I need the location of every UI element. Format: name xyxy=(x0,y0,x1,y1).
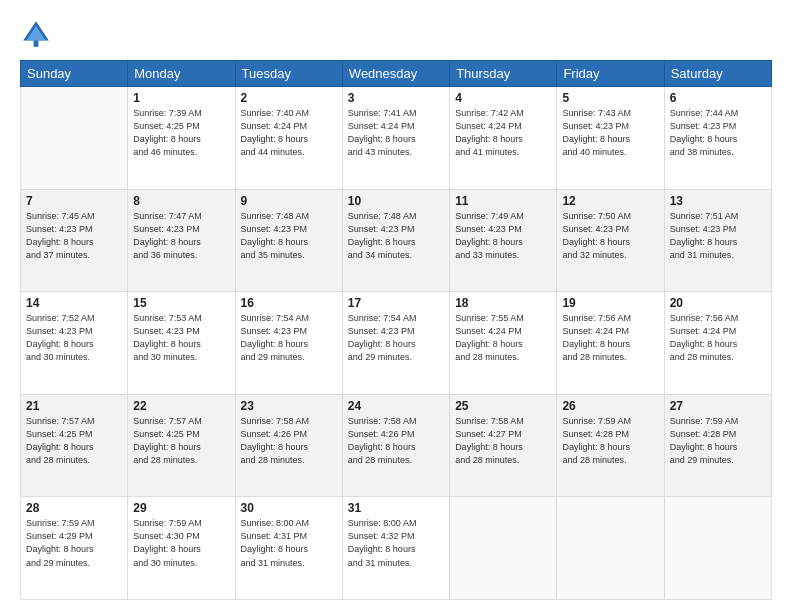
day-info: Sunrise: 7:48 AM Sunset: 4:23 PM Dayligh… xyxy=(241,210,337,262)
day-number: 8 xyxy=(133,194,229,208)
day-number: 3 xyxy=(348,91,444,105)
calendar-cell: 19Sunrise: 7:56 AM Sunset: 4:24 PM Dayli… xyxy=(557,292,664,395)
calendar-cell xyxy=(450,497,557,600)
calendar-cell: 26Sunrise: 7:59 AM Sunset: 4:28 PM Dayli… xyxy=(557,394,664,497)
calendar-cell: 27Sunrise: 7:59 AM Sunset: 4:28 PM Dayli… xyxy=(664,394,771,497)
day-number: 1 xyxy=(133,91,229,105)
calendar-cell: 28Sunrise: 7:59 AM Sunset: 4:29 PM Dayli… xyxy=(21,497,128,600)
page: SundayMondayTuesdayWednesdayThursdayFrid… xyxy=(0,0,792,612)
calendar-cell: 7Sunrise: 7:45 AM Sunset: 4:23 PM Daylig… xyxy=(21,189,128,292)
day-number: 18 xyxy=(455,296,551,310)
calendar-cell: 14Sunrise: 7:52 AM Sunset: 4:23 PM Dayli… xyxy=(21,292,128,395)
logo xyxy=(20,18,56,50)
day-info: Sunrise: 7:51 AM Sunset: 4:23 PM Dayligh… xyxy=(670,210,766,262)
day-number: 11 xyxy=(455,194,551,208)
day-number: 22 xyxy=(133,399,229,413)
calendar-cell: 24Sunrise: 7:58 AM Sunset: 4:26 PM Dayli… xyxy=(342,394,449,497)
week-row-2: 7Sunrise: 7:45 AM Sunset: 4:23 PM Daylig… xyxy=(21,189,772,292)
day-info: Sunrise: 7:59 AM Sunset: 4:28 PM Dayligh… xyxy=(562,415,658,467)
calendar-cell: 15Sunrise: 7:53 AM Sunset: 4:23 PM Dayli… xyxy=(128,292,235,395)
day-info: Sunrise: 7:53 AM Sunset: 4:23 PM Dayligh… xyxy=(133,312,229,364)
weekday-header-monday: Monday xyxy=(128,61,235,87)
day-info: Sunrise: 7:52 AM Sunset: 4:23 PM Dayligh… xyxy=(26,312,122,364)
day-number: 10 xyxy=(348,194,444,208)
calendar-cell: 5Sunrise: 7:43 AM Sunset: 4:23 PM Daylig… xyxy=(557,87,664,190)
calendar-cell: 20Sunrise: 7:56 AM Sunset: 4:24 PM Dayli… xyxy=(664,292,771,395)
day-number: 23 xyxy=(241,399,337,413)
day-info: Sunrise: 7:59 AM Sunset: 4:30 PM Dayligh… xyxy=(133,517,229,569)
weekday-header-friday: Friday xyxy=(557,61,664,87)
calendar-cell: 8Sunrise: 7:47 AM Sunset: 4:23 PM Daylig… xyxy=(128,189,235,292)
calendar-cell: 6Sunrise: 7:44 AM Sunset: 4:23 PM Daylig… xyxy=(664,87,771,190)
day-info: Sunrise: 7:44 AM Sunset: 4:23 PM Dayligh… xyxy=(670,107,766,159)
weekday-header-sunday: Sunday xyxy=(21,61,128,87)
calendar-cell: 2Sunrise: 7:40 AM Sunset: 4:24 PM Daylig… xyxy=(235,87,342,190)
weekday-header-saturday: Saturday xyxy=(664,61,771,87)
day-number: 6 xyxy=(670,91,766,105)
day-number: 9 xyxy=(241,194,337,208)
logo-icon xyxy=(20,18,52,50)
calendar-cell: 25Sunrise: 7:58 AM Sunset: 4:27 PM Dayli… xyxy=(450,394,557,497)
day-number: 15 xyxy=(133,296,229,310)
calendar-cell: 10Sunrise: 7:48 AM Sunset: 4:23 PM Dayli… xyxy=(342,189,449,292)
day-info: Sunrise: 7:54 AM Sunset: 4:23 PM Dayligh… xyxy=(348,312,444,364)
day-info: Sunrise: 7:54 AM Sunset: 4:23 PM Dayligh… xyxy=(241,312,337,364)
calendar-table: SundayMondayTuesdayWednesdayThursdayFrid… xyxy=(20,60,772,600)
weekday-header-row: SundayMondayTuesdayWednesdayThursdayFrid… xyxy=(21,61,772,87)
day-info: Sunrise: 7:45 AM Sunset: 4:23 PM Dayligh… xyxy=(26,210,122,262)
day-info: Sunrise: 7:58 AM Sunset: 4:26 PM Dayligh… xyxy=(241,415,337,467)
day-number: 16 xyxy=(241,296,337,310)
week-row-1: 1Sunrise: 7:39 AM Sunset: 4:25 PM Daylig… xyxy=(21,87,772,190)
weekday-header-thursday: Thursday xyxy=(450,61,557,87)
day-number: 29 xyxy=(133,501,229,515)
day-info: Sunrise: 8:00 AM Sunset: 4:31 PM Dayligh… xyxy=(241,517,337,569)
day-number: 17 xyxy=(348,296,444,310)
day-number: 28 xyxy=(26,501,122,515)
day-info: Sunrise: 7:59 AM Sunset: 4:28 PM Dayligh… xyxy=(670,415,766,467)
day-info: Sunrise: 7:57 AM Sunset: 4:25 PM Dayligh… xyxy=(26,415,122,467)
calendar-cell xyxy=(21,87,128,190)
day-info: Sunrise: 7:42 AM Sunset: 4:24 PM Dayligh… xyxy=(455,107,551,159)
header xyxy=(20,18,772,50)
week-row-3: 14Sunrise: 7:52 AM Sunset: 4:23 PM Dayli… xyxy=(21,292,772,395)
calendar-cell: 16Sunrise: 7:54 AM Sunset: 4:23 PM Dayli… xyxy=(235,292,342,395)
calendar-cell: 22Sunrise: 7:57 AM Sunset: 4:25 PM Dayli… xyxy=(128,394,235,497)
day-number: 27 xyxy=(670,399,766,413)
day-number: 31 xyxy=(348,501,444,515)
calendar-cell: 1Sunrise: 7:39 AM Sunset: 4:25 PM Daylig… xyxy=(128,87,235,190)
day-number: 24 xyxy=(348,399,444,413)
day-info: Sunrise: 7:55 AM Sunset: 4:24 PM Dayligh… xyxy=(455,312,551,364)
calendar-cell: 12Sunrise: 7:50 AM Sunset: 4:23 PM Dayli… xyxy=(557,189,664,292)
week-row-5: 28Sunrise: 7:59 AM Sunset: 4:29 PM Dayli… xyxy=(21,497,772,600)
calendar-cell: 31Sunrise: 8:00 AM Sunset: 4:32 PM Dayli… xyxy=(342,497,449,600)
weekday-header-tuesday: Tuesday xyxy=(235,61,342,87)
day-number: 30 xyxy=(241,501,337,515)
calendar-cell: 11Sunrise: 7:49 AM Sunset: 4:23 PM Dayli… xyxy=(450,189,557,292)
day-info: Sunrise: 7:41 AM Sunset: 4:24 PM Dayligh… xyxy=(348,107,444,159)
day-number: 13 xyxy=(670,194,766,208)
day-info: Sunrise: 7:47 AM Sunset: 4:23 PM Dayligh… xyxy=(133,210,229,262)
calendar-cell: 13Sunrise: 7:51 AM Sunset: 4:23 PM Dayli… xyxy=(664,189,771,292)
day-info: Sunrise: 7:56 AM Sunset: 4:24 PM Dayligh… xyxy=(562,312,658,364)
calendar-cell xyxy=(557,497,664,600)
calendar-cell: 9Sunrise: 7:48 AM Sunset: 4:23 PM Daylig… xyxy=(235,189,342,292)
svg-rect-2 xyxy=(34,40,39,46)
day-info: Sunrise: 7:39 AM Sunset: 4:25 PM Dayligh… xyxy=(133,107,229,159)
calendar-cell: 18Sunrise: 7:55 AM Sunset: 4:24 PM Dayli… xyxy=(450,292,557,395)
week-row-4: 21Sunrise: 7:57 AM Sunset: 4:25 PM Dayli… xyxy=(21,394,772,497)
weekday-header-wednesday: Wednesday xyxy=(342,61,449,87)
day-number: 21 xyxy=(26,399,122,413)
day-info: Sunrise: 7:59 AM Sunset: 4:29 PM Dayligh… xyxy=(26,517,122,569)
calendar-cell: 17Sunrise: 7:54 AM Sunset: 4:23 PM Dayli… xyxy=(342,292,449,395)
day-info: Sunrise: 7:56 AM Sunset: 4:24 PM Dayligh… xyxy=(670,312,766,364)
calendar-cell: 30Sunrise: 8:00 AM Sunset: 4:31 PM Dayli… xyxy=(235,497,342,600)
day-number: 20 xyxy=(670,296,766,310)
day-number: 5 xyxy=(562,91,658,105)
day-number: 26 xyxy=(562,399,658,413)
day-number: 2 xyxy=(241,91,337,105)
calendar-cell: 23Sunrise: 7:58 AM Sunset: 4:26 PM Dayli… xyxy=(235,394,342,497)
day-info: Sunrise: 7:48 AM Sunset: 4:23 PM Dayligh… xyxy=(348,210,444,262)
day-info: Sunrise: 7:58 AM Sunset: 4:26 PM Dayligh… xyxy=(348,415,444,467)
calendar-cell: 21Sunrise: 7:57 AM Sunset: 4:25 PM Dayli… xyxy=(21,394,128,497)
day-number: 12 xyxy=(562,194,658,208)
